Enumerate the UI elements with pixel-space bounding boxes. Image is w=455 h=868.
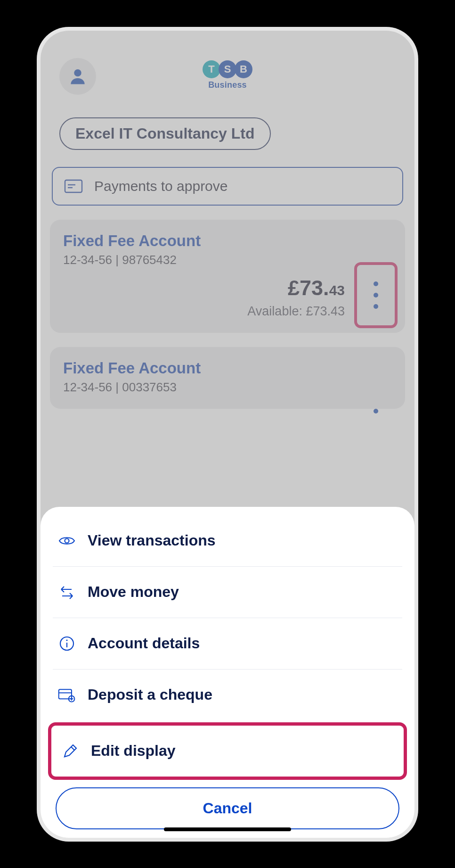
account-title: Fixed Fee Account bbox=[63, 232, 392, 250]
account-card-1[interactable]: Fixed Fee Account 12-34-56 | 98765432 £7… bbox=[50, 220, 405, 333]
user-icon bbox=[67, 66, 88, 87]
svg-point-4 bbox=[65, 538, 69, 543]
account-title: Fixed Fee Account bbox=[63, 359, 392, 377]
sheet-item-label: Edit display bbox=[91, 742, 176, 760]
profile-button[interactable] bbox=[59, 58, 96, 95]
cheque-plus-icon bbox=[57, 686, 76, 704]
payments-to-approve-label: Payments to approve bbox=[94, 178, 228, 194]
sheet-item-edit-display[interactable]: Edit display bbox=[48, 722, 407, 780]
transfer-arrows-icon bbox=[57, 583, 76, 602]
header: T S B Business bbox=[50, 40, 405, 111]
brand-subtitle: Business bbox=[208, 80, 247, 90]
home-indicator[interactable] bbox=[164, 827, 291, 831]
account-balance: £73.43 bbox=[63, 276, 392, 300]
svg-point-7 bbox=[66, 639, 67, 641]
brand-letter-s: S bbox=[219, 60, 236, 78]
sheet-item-label: View transactions bbox=[88, 532, 216, 549]
sheet-item-account-details[interactable]: Account details bbox=[53, 618, 402, 670]
sheet-item-deposit-cheque[interactable]: Deposit a cheque bbox=[53, 670, 402, 720]
kebab-dot-icon bbox=[374, 409, 378, 413]
sheet-item-label: Move money bbox=[88, 583, 179, 601]
company-selector[interactable]: Excel IT Consultancy Ltd bbox=[59, 117, 271, 150]
account-menu-button[interactable] bbox=[354, 389, 398, 455]
cancel-button[interactable]: Cancel bbox=[56, 787, 399, 829]
svg-line-13 bbox=[71, 747, 74, 750]
sheet-item-move-money[interactable]: Move money bbox=[53, 567, 402, 618]
info-icon bbox=[57, 634, 76, 653]
account-available: Available: £73.43 bbox=[63, 304, 392, 319]
kebab-dot-icon bbox=[374, 293, 378, 298]
payments-to-approve[interactable]: Payments to approve bbox=[52, 167, 403, 206]
eye-icon bbox=[57, 531, 76, 550]
kebab-dot-icon bbox=[374, 304, 378, 309]
account-number: 12-34-56 | 98765432 bbox=[63, 253, 392, 267]
brand-letter-b: B bbox=[235, 60, 252, 78]
account-card-2[interactable]: Fixed Fee Account 12-34-56 | 00337653 bbox=[50, 347, 405, 409]
sheet-item-label: Deposit a cheque bbox=[88, 686, 212, 703]
kebab-dot-icon bbox=[374, 281, 378, 286]
sheet-item-label: Account details bbox=[88, 635, 200, 652]
list-icon bbox=[64, 179, 83, 193]
device-frame: T S B Business Excel IT Consultancy Ltd … bbox=[41, 31, 414, 838]
brand-logo: T S B Business bbox=[203, 60, 252, 90]
svg-point-0 bbox=[74, 69, 81, 76]
account-menu-button[interactable] bbox=[354, 262, 398, 328]
action-sheet: View transactions Move money bbox=[41, 507, 414, 838]
pencil-icon bbox=[61, 742, 80, 761]
svg-rect-8 bbox=[59, 689, 72, 699]
sheet-item-view-transactions[interactable]: View transactions bbox=[53, 515, 402, 567]
svg-rect-1 bbox=[65, 180, 82, 192]
brand-letter-t: T bbox=[203, 60, 220, 78]
account-number: 12-34-56 | 00337653 bbox=[63, 380, 392, 395]
